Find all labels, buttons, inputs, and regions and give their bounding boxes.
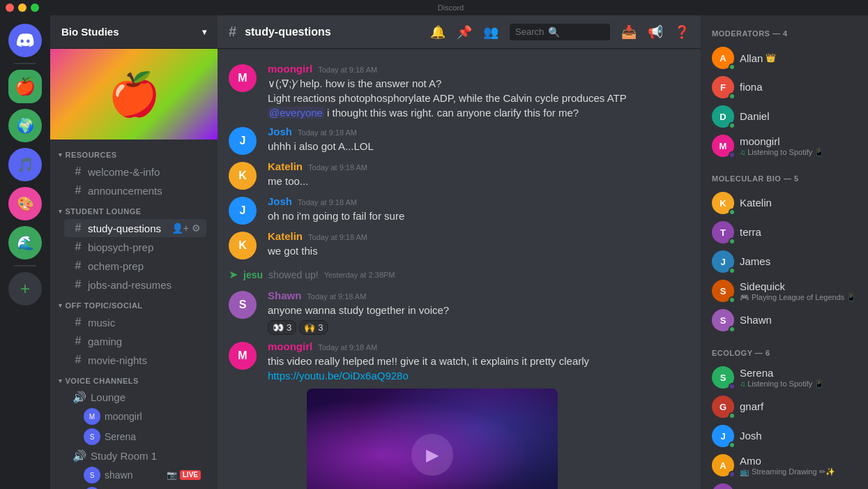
minimize-button[interactable] (18, 3, 26, 12)
game-icon: 🎮 (740, 293, 749, 302)
message-content: Shawn Today at 9:18 AM anyone wanna stud… (268, 289, 690, 335)
voice-channel-lounge[interactable]: 🔊 Lounge (64, 389, 206, 406)
pin-icon[interactable]: 📌 (457, 24, 472, 40)
message-header: Josh Today at 9:18 AM (268, 126, 690, 137)
status-indicator (729, 412, 736, 419)
channel-welcome-info[interactable]: # welcome-&-info (64, 163, 206, 181)
server-icon-3[interactable]: 🎵 (8, 148, 42, 181)
system-text: showed up! (268, 269, 319, 280)
video-link[interactable]: https://youtu.be/OiDx6aQ928o (268, 370, 409, 382)
message-7: M moongirl Today at 9:18 AM this video r… (218, 338, 701, 489)
banner-placeholder: 🍎 (50, 49, 218, 140)
server-icon-bio-studies[interactable]: 🍎 (8, 70, 42, 103)
member-terra[interactable]: T terra (706, 218, 862, 247)
server-icon-4[interactable]: 🎨 (8, 187, 42, 220)
message-6: S Shawn Today at 9:18 AM anyone wanna st… (218, 287, 701, 338)
channel-name: welcome-&-info (88, 166, 160, 178)
search-bar[interactable]: Search 🔍 (510, 24, 610, 40)
channel-music[interactable]: # music (64, 313, 206, 331)
status-indicator (729, 63, 736, 70)
member-james[interactable]: J James (706, 247, 862, 276)
reaction-hands[interactable]: 🙌 3 (299, 320, 328, 335)
voice-user-shawn[interactable]: S shawn 📷 LIVE (64, 465, 206, 485)
channel-movie-nights[interactable]: # movie-nights (64, 351, 206, 369)
mention: @everyone (268, 107, 324, 119)
message-header: Katelin Today at 9:18 AM (268, 160, 690, 172)
messages-container[interactable]: M moongirl Today at 9:18 AM ∨(;∇;)∕ help… (218, 49, 701, 489)
reactions: 👀 3 🙌 3 (268, 320, 690, 335)
avatar: S (712, 309, 734, 331)
member-moongirl[interactable]: M moongirl ♫ Listening to Spotify 📱 (706, 131, 862, 160)
members-icon[interactable]: 👥 (483, 24, 498, 40)
avatar: M (712, 483, 734, 489)
member-info: Josh (740, 430, 857, 442)
channel-study-questions[interactable]: # study-questions 👤+ ⚙ (64, 219, 206, 237)
channel-gaming[interactable]: # gaming (64, 332, 206, 350)
reaction-eyes[interactable]: 👀 3 (268, 320, 296, 335)
member-allan[interactable]: A Allan 👑 (706, 43, 862, 73)
member-gnarf[interactable]: G gnarf (706, 392, 862, 421)
server-icon-discord[interactable] (8, 24, 42, 57)
voice-channel-study-room-1[interactable]: 🔊 Study Room 1 (64, 447, 206, 465)
reaction-count: 3 (318, 322, 323, 333)
search-icon: 🔍 (548, 27, 560, 38)
status-indicator (729, 122, 736, 129)
avatar: S (84, 467, 100, 483)
message-text-2: Light reactions photophosphorylate ADP, … (268, 91, 690, 105)
member-shawn[interactable]: S Shawn (706, 306, 862, 335)
help-icon[interactable]: ❓ (674, 24, 690, 40)
channel-jobs-resumes[interactable]: # jobs-and-resumes (64, 276, 206, 294)
member-activity: 📺 Streaming Drawing ✏✨ (740, 467, 857, 476)
member-sidequick[interactable]: S Sidequick 🎮 Playing League of Legends … (706, 276, 862, 306)
activity-icon[interactable]: 📢 (648, 24, 663, 40)
channel-name: music (88, 317, 115, 329)
activity-text: Listening to Spotify (747, 148, 812, 156)
settings-icon[interactable]: ⚙ (192, 223, 201, 234)
channel-announcements[interactable]: # announcements (64, 181, 206, 200)
avatar: S (712, 366, 734, 389)
member-muffins[interactable]: M muffins (706, 480, 862, 489)
category-header-lounge[interactable]: ▾ STUDENT LOUNGE (59, 204, 212, 218)
voice-user-icons: 📷 LIVE (167, 470, 201, 480)
member-info: gnarf (740, 400, 857, 413)
section-title-moderators: MODERATORS — 4 (706, 27, 862, 40)
server-icon-2[interactable]: 🌍 (8, 109, 42, 142)
status-indicator (729, 238, 736, 245)
add-user-icon[interactable]: 👤+ (172, 223, 189, 234)
member-katelin[interactable]: K Katelin (706, 188, 862, 218)
hash-icon: # (73, 278, 84, 291)
message-author: Shawn (268, 289, 301, 301)
member-fiona[interactable]: F fiona (706, 73, 862, 102)
category-header-offtopic[interactable]: ▾ OFF TOPIC/SOCIAL (59, 299, 212, 313)
channel-list: ▾ RESOURCES # welcome-&-info # announcem… (50, 140, 218, 489)
bell-icon[interactable]: 🔔 (430, 24, 446, 40)
member-activity: ♫ Listening to Spotify 📱 (740, 379, 857, 389)
member-josh[interactable]: J Josh (706, 421, 862, 451)
avatar: S (229, 291, 257, 319)
close-button[interactable] (6, 3, 14, 12)
member-daniel[interactable]: D Daniel (706, 102, 862, 131)
server-icon-5[interactable]: 🌊 (8, 226, 42, 259)
video-embed[interactable]: ▶ (307, 389, 558, 489)
channel-ochem-prep[interactable]: # ochem-prep (64, 257, 206, 275)
spotify-icon: ♫ (740, 148, 745, 156)
channel-biopsych-prep[interactable]: # biopsych-prep (64, 238, 206, 256)
member-amo[interactable]: A Amo 📺 Streaming Drawing ✏✨ (706, 451, 862, 480)
channel-actions: 👤+ ⚙ (172, 223, 201, 234)
inbox-icon[interactable]: 📥 (621, 24, 637, 40)
maximize-button[interactable] (31, 3, 39, 12)
stream-icon: 📺 (740, 467, 749, 476)
category-header-resources[interactable]: ▾ RESOURCES (59, 148, 212, 162)
member-serena[interactable]: S Serena ♫ Listening to Spotify 📱 (706, 363, 862, 392)
server-header[interactable]: Bio Studies ▾ (50, 15, 218, 49)
voice-user-moongirl[interactable]: M moongirl (64, 407, 206, 426)
voice-user-serena[interactable]: S Serena (64, 427, 206, 446)
message-author: moongirl (268, 63, 312, 75)
caret-icon: ▾ (59, 151, 63, 158)
titlebar-controls[interactable] (6, 3, 39, 12)
category-header-voice[interactable]: ▾ VOICE CHANNELS (59, 374, 212, 388)
message-header: Josh Today at 9:18 AM (268, 195, 690, 207)
voice-user-terra[interactable]: T terra 🖥 (64, 486, 206, 489)
hash-icon: # (73, 241, 84, 253)
add-server-button[interactable]: + (8, 272, 42, 306)
